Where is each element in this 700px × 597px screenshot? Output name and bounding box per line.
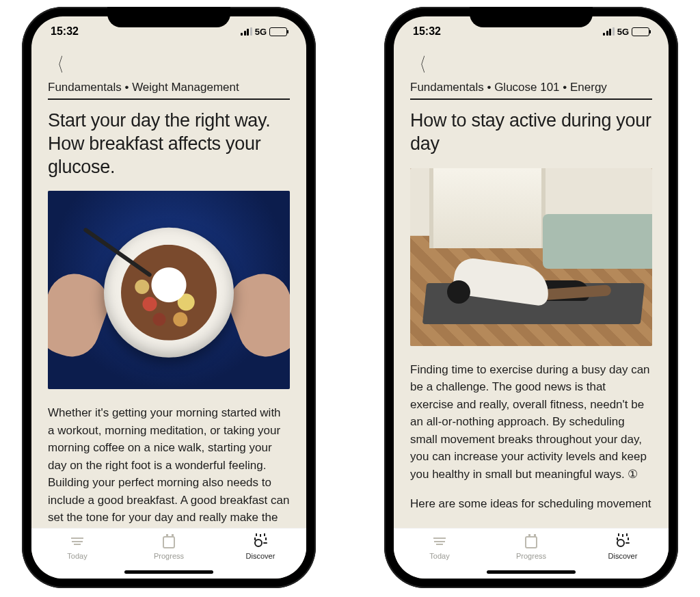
tab-label: Today [429, 552, 449, 560]
device-notch [107, 7, 230, 27]
article-title: Start your day the right way. How breakf… [48, 109, 290, 178]
progress-icon [161, 535, 176, 549]
today-icon [70, 535, 85, 549]
article-body-p1: Finding time to exercise during a busy d… [410, 361, 652, 483]
signal-icon [603, 27, 615, 36]
breadcrumb[interactable]: Fundamentals • Weight Management [48, 81, 290, 98]
hero-image-yoga [410, 168, 652, 346]
nav-back-area: 〈 [394, 47, 669, 81]
progress-icon [524, 535, 539, 549]
tab-label: Progress [516, 552, 546, 560]
home-indicator[interactable] [124, 570, 213, 574]
tab-today[interactable]: Today [46, 535, 108, 560]
battery-icon [269, 27, 287, 36]
article-content: Fundamentals • Weight Management Start y… [31, 81, 306, 528]
tab-progress[interactable]: Progress [500, 535, 562, 560]
tab-label: Today [67, 552, 87, 560]
screen: 15:32 5G 〈 Fundamentals • Weight Managem… [31, 16, 306, 579]
hero-image-breakfast [48, 191, 290, 389]
phone-mockup-left: 15:32 5G 〈 Fundamentals • Weight Managem… [22, 7, 316, 588]
network-label: 5G [255, 27, 267, 37]
screen: 15:32 5G 〈 Fundamentals • Glucose 101 • … [394, 16, 669, 579]
discover-icon [616, 535, 630, 549]
breadcrumb-divider [410, 98, 652, 100]
status-time: 15:32 [51, 25, 79, 38]
tab-discover[interactable]: Discover [592, 535, 654, 560]
tab-today[interactable]: Today [409, 535, 470, 560]
article-body: Whether it's getting your morning starte… [48, 404, 290, 528]
article-content: Fundamentals • Glucose 101 • Energy How … [394, 81, 669, 528]
phone-mockup-right: 15:32 5G 〈 Fundamentals • Glucose 101 • … [384, 7, 678, 588]
tab-bar: Today Progress Discover [394, 528, 669, 579]
status-right: 5G [241, 27, 287, 37]
tab-bar: Today Progress Discover [31, 528, 306, 579]
back-button-icon[interactable]: 〈 [413, 52, 427, 78]
today-icon [432, 535, 447, 549]
signal-icon [241, 27, 252, 36]
status-right: 5G [603, 27, 649, 37]
device-notch [470, 7, 593, 27]
battery-icon [632, 27, 649, 36]
article-title: How to stay active during your day [410, 109, 652, 156]
tab-discover[interactable]: Discover [230, 535, 291, 560]
back-button-icon[interactable]: 〈 [51, 52, 64, 78]
tab-label: Discover [608, 552, 638, 560]
tab-progress[interactable]: Progress [138, 535, 200, 560]
nav-back-area: 〈 [31, 47, 306, 81]
article-body-p2: Here are some ideas for scheduling movem… [410, 495, 652, 513]
network-label: 5G [617, 27, 629, 37]
home-indicator[interactable] [487, 570, 576, 574]
tab-label: Progress [154, 552, 184, 560]
breadcrumb-divider [48, 98, 290, 100]
discover-icon [254, 535, 267, 549]
tab-label: Discover [246, 552, 275, 560]
breadcrumb[interactable]: Fundamentals • Glucose 101 • Energy [410, 81, 652, 98]
status-time: 15:32 [413, 25, 441, 38]
